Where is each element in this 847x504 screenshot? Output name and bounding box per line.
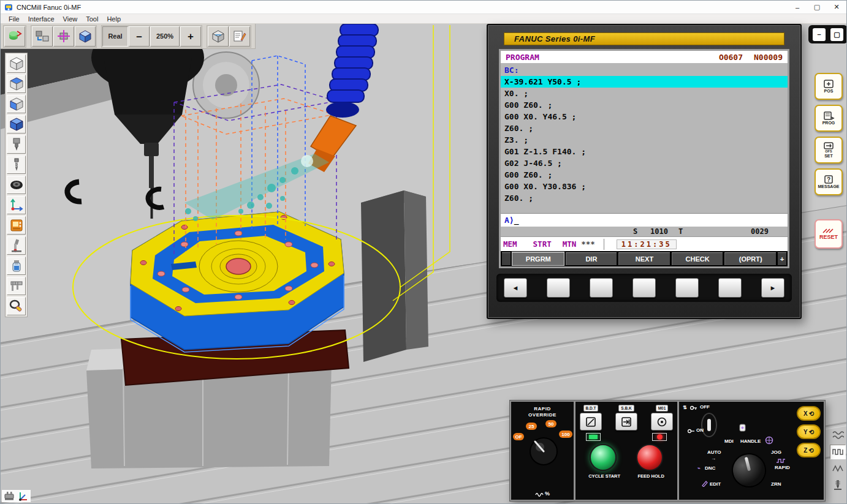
driver-tool-button[interactable] <box>7 297 26 315</box>
tool-holder-button[interactable] <box>7 135 26 154</box>
key-switch[interactable] <box>701 413 717 437</box>
zoom-in-button[interactable]: + <box>180 26 201 47</box>
view-front-face-button[interactable] <box>7 95 26 113</box>
caliper-button[interactable] <box>7 277 26 295</box>
viewport: Real – 250% + <box>1 24 846 503</box>
softkey-dir[interactable]: DIR <box>566 252 617 265</box>
sbk-key[interactable] <box>615 413 637 431</box>
softkey-f5[interactable] <box>718 278 742 298</box>
z-axis-button[interactable]: Z⟲ <box>797 443 821 457</box>
coolant-gauge-button[interactable] <box>7 257 26 275</box>
mode-mdi-label: MDI <box>724 438 734 444</box>
chuck-button[interactable] <box>7 176 26 194</box>
mdi-input-line[interactable]: A⟩_ <box>501 213 788 227</box>
zigzag-wave-button[interactable] <box>830 461 846 476</box>
menu-tool[interactable]: Tool <box>82 15 102 23</box>
machine-status-bar: MEM STRT MTN *** 11:21:35 <box>501 236 788 251</box>
cnc-control-panel: FANUC Series 0i-MF PROGRAM O0607 N00009 … <box>487 24 802 319</box>
menu-file[interactable]: File <box>4 15 24 23</box>
close-icon[interactable]: ✕ <box>827 1 846 14</box>
softkey-plus[interactable]: + <box>778 252 786 265</box>
square-wave-button[interactable] <box>830 445 846 459</box>
program-line: G00 Z60. ; <box>504 169 784 181</box>
softkey-page-left[interactable]: ◄ <box>504 278 527 298</box>
program-line: X0. ; <box>504 88 784 99</box>
m01-indicator <box>652 433 667 441</box>
mode-zrn-label: ZRN <box>771 481 781 487</box>
machine-view-button[interactable] <box>32 26 53 47</box>
softkey-f3[interactable] <box>632 278 656 298</box>
zoom-level-display[interactable]: 250% <box>150 26 180 47</box>
reset-key[interactable]: RESET <box>815 219 843 249</box>
alarm-stars: *** <box>581 239 595 249</box>
square-wave-icon <box>832 446 844 457</box>
cycle-start-button[interactable] <box>590 444 617 471</box>
rapid-override-knob[interactable]: OF 25 50 100 <box>512 418 573 470</box>
axes-mini-icon[interactable] <box>18 491 29 502</box>
softkey-row: PRGRM DIR NEXT CHECK (OPRT) + <box>501 251 788 266</box>
control-panel-button[interactable] <box>7 216 26 235</box>
softkey-oprt[interactable]: (OPRT) <box>724 252 776 265</box>
tap-drill-button[interactable] <box>830 478 846 492</box>
tool-number: 0029 <box>751 227 769 236</box>
softkey-hardware-row: ◄ ► <box>496 274 792 302</box>
view-wire-cube-button[interactable] <box>7 55 26 73</box>
dnc-icon: ⌁ <box>697 465 701 471</box>
program-line: Z3. ; <box>504 134 784 146</box>
driver-tool-icon <box>9 299 24 314</box>
menu-interface[interactable]: Interface <box>24 15 59 23</box>
probe-button[interactable] <box>7 236 26 255</box>
panel-maximize-icon[interactable]: ▢ <box>830 28 843 41</box>
wire-cube-icon <box>9 56 24 71</box>
render-mode-button[interactable]: Real <box>102 26 128 47</box>
drill-tool-button[interactable] <box>7 156 26 174</box>
softkey-next[interactable]: NEXT <box>618 252 670 265</box>
view-top-face-button[interactable] <box>7 75 26 93</box>
view-solid-cube-button[interactable] <box>7 115 26 134</box>
zoom-out-button[interactable]: – <box>129 26 150 47</box>
softkey-left-blank[interactable] <box>502 252 511 265</box>
feed-hold-button[interactable] <box>636 444 663 471</box>
menu-view[interactable]: View <box>59 15 82 23</box>
chuck-icon <box>9 178 24 192</box>
mode-auto-label: AUTO <box>707 449 721 455</box>
m01-key[interactable] <box>651 413 673 431</box>
softkey-prgrm[interactable]: PRGRM <box>512 252 564 265</box>
zoom-out-icon: – <box>136 31 142 42</box>
sine-wave-button[interactable] <box>830 428 846 443</box>
softkey-f2[interactable] <box>590 278 613 298</box>
minimize-icon[interactable]: – <box>788 1 807 14</box>
machine-view-icon <box>35 29 50 43</box>
feed-hold-label: FEED HOLD <box>637 473 664 479</box>
app-window: CNCMill Fanuc 0i-MF – ▢ ✕ File Interface… <box>0 0 847 504</box>
prog-key[interactable]: PROG <box>815 105 843 132</box>
message-key[interactable]: ? MESSAGE <box>815 168 843 195</box>
bdt-key[interactable] <box>580 413 602 431</box>
panel-minimize-icon[interactable]: – <box>813 28 826 41</box>
pan-view-button[interactable] <box>53 26 74 47</box>
ofs-set-key[interactable]: OFS SET <box>815 137 843 164</box>
rapid-pulse-icon <box>776 458 786 464</box>
mode-jog-label: JOG <box>771 449 781 455</box>
display-options-button[interactable] <box>208 26 229 47</box>
maximize-icon[interactable]: ▢ <box>807 1 827 14</box>
softkey-f1[interactable] <box>547 278 570 298</box>
rapid-override-title-2: OVERRIDE <box>528 412 556 418</box>
menu-help[interactable]: Help <box>102 15 125 23</box>
cube-front-icon <box>9 97 24 111</box>
offset-icon <box>822 142 835 149</box>
workpiece-setup-button[interactable] <box>4 26 25 47</box>
softkey-check[interactable]: CHECK <box>672 252 723 265</box>
softkey-page-right[interactable]: ► <box>761 278 784 298</box>
coordinate-axes-button[interactable] <box>7 196 26 214</box>
mode-selector-knob[interactable] <box>728 449 770 491</box>
edit-program-button[interactable] <box>229 26 250 47</box>
iso-view-button[interactable] <box>75 26 96 47</box>
clamp-icon[interactable] <box>4 491 15 502</box>
x-axis-button[interactable]: X⟲ <box>797 406 821 421</box>
display-options-icon <box>211 29 226 43</box>
pos-key[interactable]: POS <box>815 73 843 100</box>
y-axis-button[interactable]: Y⟲ <box>797 424 821 439</box>
softkey-f4[interactable] <box>675 278 699 298</box>
render-mode-label: Real <box>108 32 122 40</box>
